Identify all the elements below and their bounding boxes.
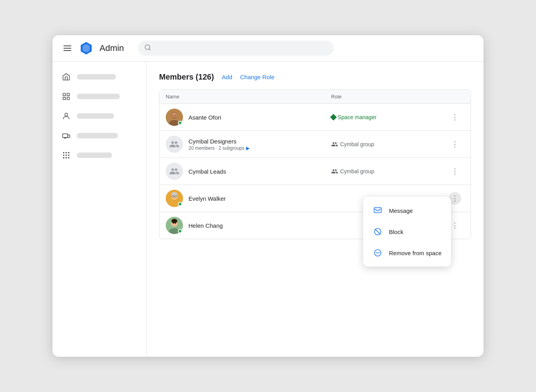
role-cell-cymbal-designers: Cymbal group [331,141,449,148]
svg-point-19 [63,157,65,159]
svg-line-3 [149,49,150,50]
context-menu: Message Block [363,197,451,267]
sidebar [53,62,147,357]
svg-point-48 [173,223,174,224]
role-label-cymbal-designers: Cymbal group [340,141,374,147]
members-table: Name Role [159,89,471,239]
member-info-evelyn: Evelyn Walker [166,190,331,207]
svg-point-15 [68,152,70,154]
message-icon [373,205,383,216]
topbar: Admin [53,35,483,62]
main-layout: Members (126) Add Change Role Name Role [53,62,483,357]
svg-line-39 [375,229,380,234]
online-indicator-asante [178,121,182,125]
dashboard-icon [62,92,71,101]
group-icon [331,141,338,148]
sidebar-label-apps [77,152,112,158]
role-label-cymbal-leads: Cymbal group [340,168,374,174]
svg-point-14 [65,152,67,154]
avatar-wrap-asante [166,109,183,126]
svg-point-49 [175,223,176,224]
members-header: Members (126) Add Change Role [159,73,471,82]
search-icon [144,44,151,53]
hamburger-button[interactable] [62,44,73,53]
apps-icon [62,151,71,160]
block-icon [373,227,383,237]
svg-rect-6 [63,97,65,100]
context-menu-block-label: Block [389,229,404,235]
member-name-evelyn: Evelyn Walker [188,195,226,202]
add-button[interactable]: Add [222,74,232,80]
svg-rect-4 [63,93,65,96]
avatar-wrap-cymbal-designers [166,136,183,153]
svg-point-20 [65,157,67,159]
avatar-wrap-cymbal-leads [166,163,183,180]
table-row: Asante Ofori Space manager ⋮ [159,104,471,131]
chevron-right-icon: ▶ [246,145,250,151]
svg-point-32 [172,192,177,196]
sidebar-label-devices [77,133,118,138]
context-menu-block[interactable]: Block [363,221,451,242]
role-label-asante: Space manager [338,114,377,120]
avatar-cymbal-designers [166,136,183,153]
member-name-cymbal-designers: Cymbal Designers [188,138,250,145]
member-name-cymbal-leads: Cymbal Leads [188,168,226,175]
role-group-cymbal-designers: Cymbal group [331,141,374,148]
sidebar-label-home [77,74,116,80]
app-title: Admin [100,43,124,53]
role-cell-asante: Space manager [331,114,449,120]
more-options-asante[interactable]: ⋮ [449,111,461,123]
online-indicator-helen [178,229,182,233]
svg-rect-9 [63,134,68,137]
svg-rect-37 [375,208,381,212]
home-icon [62,73,71,81]
sidebar-item-users[interactable] [59,110,140,122]
content-area: Members (126) Add Change Role Name Role [147,62,483,357]
sidebar-item-devices[interactable] [59,130,140,142]
online-indicator-evelyn [178,202,182,206]
table-header: Name Role [159,90,471,104]
person-icon [62,112,71,120]
member-info-cymbal-designers: Cymbal Designers 20 members · 2 subgroup… [166,136,331,153]
more-options-cymbal-designers[interactable]: ⋮ [449,138,461,151]
devices-icon [62,131,71,140]
diamond-icon [330,114,337,121]
role-group-cymbal-leads: Cymbal group [331,168,374,175]
svg-point-13 [63,152,65,154]
avatar-cymbal-leads [166,163,183,180]
avatar-wrap-helen [166,217,183,234]
member-name-helen: Helen Chang [188,222,223,229]
svg-point-47 [172,219,177,222]
sidebar-item-dashboard[interactable] [59,91,140,102]
more-options-cymbal-leads[interactable]: ⋮ [449,165,461,178]
table-row: Evelyn Walker ⋮ [159,185,471,212]
role-space-manager: Space manager [331,114,377,120]
svg-point-17 [65,154,67,156]
member-details-cymbal-designers: Cymbal Designers 20 members · 2 subgroup… [188,138,250,151]
member-name-asante: Asante Ofori [188,114,221,121]
sidebar-label-users [77,113,114,119]
svg-point-26 [173,115,174,116]
app-window: Admin [53,35,483,357]
table-row: Cymbal Leads Cymbal group ⋮ [159,158,471,185]
member-info-cymbal-leads: Cymbal Leads [166,163,331,180]
group-icon [331,168,338,175]
svg-rect-10 [68,135,70,137]
svg-point-8 [65,113,67,116]
search-bar[interactable] [138,41,334,56]
svg-point-16 [63,154,65,156]
role-cell-cymbal-leads: Cymbal group [331,168,449,175]
svg-point-21 [68,157,70,159]
remove-icon [373,248,383,258]
sidebar-item-apps[interactable] [59,149,140,161]
context-menu-remove[interactable]: Remove from space [363,242,451,263]
change-role-button[interactable]: Change Role [240,74,275,80]
search-input[interactable] [154,45,328,52]
sidebar-item-home[interactable] [59,71,140,83]
svg-rect-7 [67,97,69,100]
context-menu-message[interactable]: Message [363,200,451,221]
member-sub-cymbal-designers: 20 members · 2 subgroups ▶ [188,145,250,151]
context-menu-remove-label: Remove from space [389,250,442,256]
col-role: Role [331,94,449,100]
col-name: Name [166,94,331,100]
